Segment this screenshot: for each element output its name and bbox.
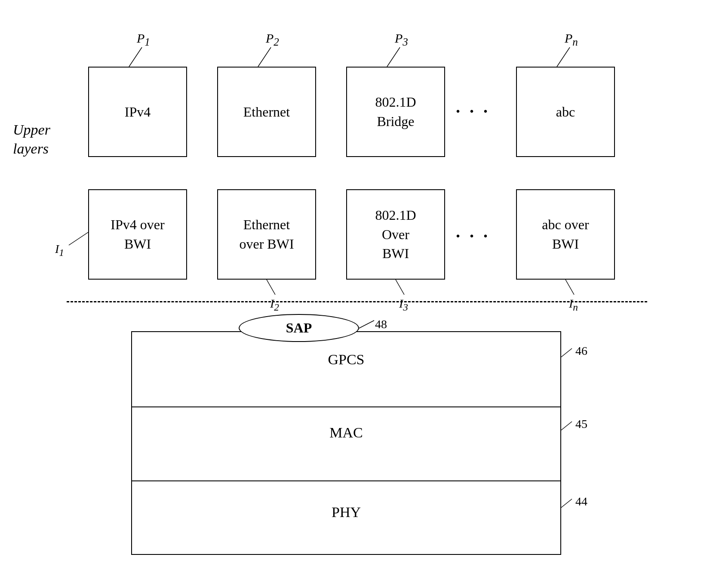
port-label-p1: P1 bbox=[137, 31, 150, 48]
upper-layers-label: Upper layers bbox=[13, 120, 50, 158]
sap-ellipse: SAP bbox=[239, 314, 359, 342]
port-label-p3: P3 bbox=[395, 31, 408, 48]
svg-line-6 bbox=[396, 280, 404, 295]
sap-ref-num: 48 bbox=[375, 317, 387, 331]
svg-line-0 bbox=[129, 47, 142, 67]
box-abc-bwi: abc overBWI bbox=[516, 189, 615, 280]
svg-line-2 bbox=[387, 47, 400, 67]
mac-phy-divider bbox=[132, 480, 560, 481]
mac-label: MAC bbox=[132, 425, 560, 441]
ref-num-46: 46 bbox=[575, 344, 587, 358]
bwi-main-box: GPCS MAC PHY bbox=[131, 331, 561, 555]
svg-line-4 bbox=[69, 232, 88, 245]
svg-line-7 bbox=[565, 280, 574, 295]
svg-line-11 bbox=[561, 499, 572, 508]
port-label-p2: P2 bbox=[266, 31, 279, 48]
svg-line-5 bbox=[267, 280, 275, 295]
interface-label-i3: I3 bbox=[399, 297, 408, 313]
svg-line-10 bbox=[561, 422, 572, 430]
port-label-pn: Pn bbox=[565, 31, 578, 48]
box-eth-bwi: Ethernetover BWI bbox=[217, 189, 316, 280]
interface-label-i1: I1 bbox=[55, 242, 64, 259]
svg-line-3 bbox=[557, 47, 570, 67]
box-ipv4: IPv4 bbox=[88, 67, 187, 157]
box-abc: abc bbox=[516, 67, 615, 157]
gpcs-label: GPCS bbox=[132, 351, 560, 368]
phy-label: PHY bbox=[132, 504, 560, 520]
box-8021d: 802.1DBridge bbox=[346, 67, 445, 157]
gpcs-mac-divider bbox=[132, 406, 560, 407]
svg-line-1 bbox=[258, 47, 271, 67]
ref-num-44: 44 bbox=[575, 495, 587, 508]
svg-line-8 bbox=[359, 320, 374, 328]
dots-middle-row: . . . bbox=[456, 222, 490, 242]
box-8021d-bwi: 802.1DOverBWI bbox=[346, 189, 445, 280]
sap-label: SAP bbox=[286, 320, 312, 336]
ref-num-45: 45 bbox=[575, 417, 587, 431]
svg-line-9 bbox=[561, 348, 572, 357]
dots-top-row: . . . bbox=[456, 97, 490, 117]
box-ipv4-bwi: IPv4 overBWI bbox=[88, 189, 187, 280]
diagram-container: Upper layers P1 P2 P3 Pn IPv4 Ethernet 8… bbox=[0, 0, 716, 588]
dashed-separator bbox=[67, 301, 647, 302]
interface-label-in: In bbox=[569, 297, 578, 313]
interface-label-i2: I2 bbox=[270, 297, 279, 313]
box-ethernet: Ethernet bbox=[217, 67, 316, 157]
